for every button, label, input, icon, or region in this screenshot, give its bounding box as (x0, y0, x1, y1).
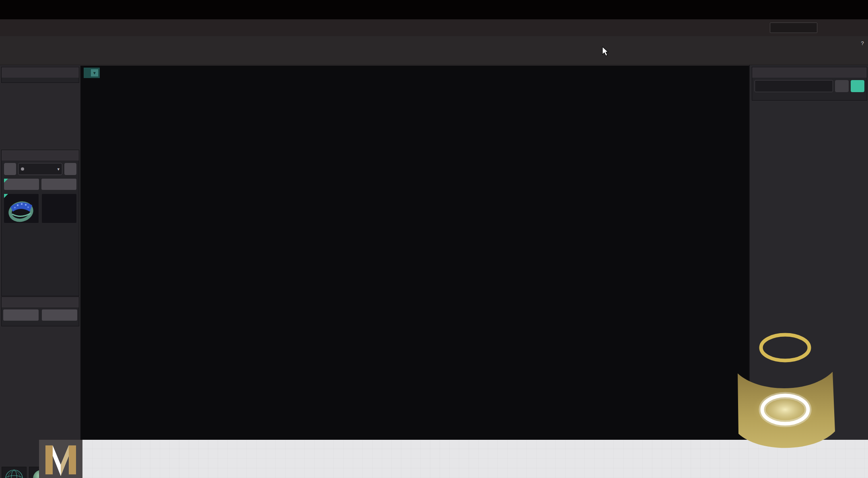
titlebar-search[interactable] (770, 23, 817, 33)
viewport-scene (80, 66, 749, 478)
layers-panel (1, 297, 79, 326)
full-save-flag (4, 179, 8, 183)
job-bag-button[interactable] (41, 179, 76, 190)
viewport-dropdown-icon[interactable]: ▼ (91, 69, 98, 76)
toolbar-corner: ? (858, 38, 867, 49)
ring-projection-graphic (735, 324, 836, 457)
projects-header (2, 150, 79, 161)
projects-panel: ▾ (1, 150, 79, 296)
fullsave-thumbnail-image (4, 194, 39, 223)
hide-layers-button[interactable] (3, 309, 39, 321)
menu-bar-right (770, 23, 864, 33)
minimize-button[interactable] (828, 23, 840, 33)
toolbar-help-icon[interactable]: ? (861, 40, 864, 46)
dynamic-commands-panel (752, 67, 867, 101)
restore-button[interactable] (840, 23, 852, 33)
project-thumbnail-blank[interactable] (42, 194, 76, 224)
layers-header (2, 297, 79, 307)
quick-commands-header (2, 67, 79, 78)
open-folder-button[interactable] (64, 163, 76, 175)
dynamic-commands-search[interactable] (755, 80, 833, 92)
dynamic-project-animation (735, 324, 836, 457)
mouse-cursor (602, 47, 609, 58)
viewport-right-view[interactable]: ▼ (80, 65, 749, 478)
top-black-strip (0, 0, 868, 19)
dynamic-commands-filters (752, 93, 867, 100)
project-thumbnail-fullsave[interactable] (4, 194, 39, 224)
curve-toolbar: ? (0, 36, 868, 65)
add-project-button[interactable] (4, 163, 16, 175)
close-window-button[interactable] (852, 23, 864, 33)
left-sidebar: ▾ (0, 65, 80, 478)
full-save-button[interactable] (4, 179, 39, 190)
show-layers-button[interactable] (42, 309, 77, 321)
menu-bar (0, 19, 868, 36)
source-curve-ellipse (761, 335, 809, 361)
matrixgold-logo (39, 440, 82, 478)
dynamic-commands-header (752, 67, 867, 78)
dynamic-commands-search-input[interactable] (755, 80, 833, 92)
titlebar-search-input[interactable] (770, 23, 817, 33)
chevron-down-icon: ▾ (57, 167, 60, 172)
display-mode-wireframe[interactable] (2, 467, 27, 478)
workspace-dropdown[interactable]: ▾ (18, 163, 62, 175)
quick-commands-grid (2, 78, 79, 82)
sort-az-button[interactable] (835, 80, 849, 92)
matrixgold-m-icon (39, 440, 82, 478)
workspace-dot-icon (21, 167, 24, 171)
thumbnail-flag (4, 194, 8, 198)
wireframe-sphere-icon (2, 467, 26, 478)
quick-commands-panel (1, 67, 79, 83)
application-window: ? (0, 0, 868, 478)
viewport-tab[interactable]: ▼ (84, 68, 100, 78)
list-view-button[interactable] (851, 80, 864, 92)
